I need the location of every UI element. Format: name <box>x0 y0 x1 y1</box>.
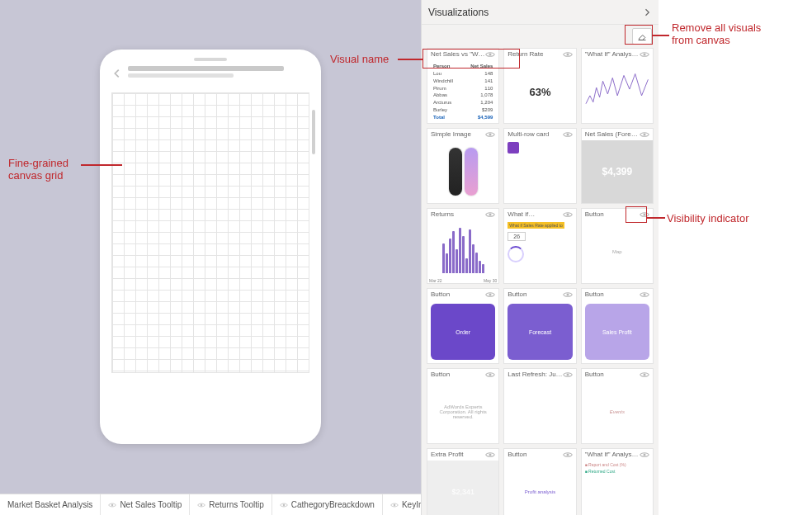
title-placeholder <box>128 66 309 78</box>
tile-name: Returns <box>431 211 485 219</box>
viz-tile[interactable]: Last Refresh: Jun… <box>503 368 576 444</box>
svg-point-1 <box>201 503 203 506</box>
value: $2,341 <box>451 488 474 496</box>
visibility-icon[interactable] <box>485 291 495 299</box>
viz-tile[interactable]: Simple Image <box>427 128 499 204</box>
visibility-icon[interactable] <box>640 371 649 379</box>
svg-point-0 <box>111 503 114 506</box>
page-tab[interactable]: Market Basket Analysis <box>0 494 101 515</box>
svg-point-11 <box>644 134 646 136</box>
viz-tile[interactable]: ButtonForecast <box>503 288 576 364</box>
tab-label: Net Sales Tooltip <box>120 500 182 509</box>
mobile-canvas-area: Market Basket Analysis Net Sales Tooltip… <box>0 0 421 515</box>
phone-frame <box>100 50 321 444</box>
viz-tile[interactable]: ButtonOrder <box>427 288 499 364</box>
svg-point-22 <box>566 454 569 456</box>
visibility-icon[interactable] <box>640 451 649 459</box>
viz-tile[interactable]: Extra Profit$2,341 <box>427 448 499 515</box>
svg-point-18 <box>489 374 492 376</box>
svg-point-15 <box>489 294 492 296</box>
visibility-icon[interactable] <box>563 210 573 219</box>
svg-point-10 <box>566 134 569 136</box>
tile-name: Button <box>508 291 562 299</box>
visibility-icon[interactable] <box>485 371 495 379</box>
kpi-value: 63% <box>529 86 550 98</box>
svg-point-19 <box>566 374 569 376</box>
phone-speaker <box>194 58 227 61</box>
visibility-icon[interactable] <box>563 451 573 459</box>
page-tab-strip: Market Basket Analysis Net Sales Tooltip… <box>0 494 421 515</box>
canvas-grid[interactable] <box>111 92 309 373</box>
visibility-icon[interactable] <box>485 451 495 459</box>
scrollbar[interactable] <box>312 110 315 154</box>
hidden-icon <box>197 502 205 508</box>
page-tab[interactable]: Net Sales Tooltip <box>101 494 190 515</box>
chevron-left-icon <box>111 68 123 79</box>
svg-point-21 <box>489 454 492 456</box>
tile-name: Simple Image <box>431 131 485 139</box>
tile-name: Button <box>508 451 562 459</box>
viz-tile[interactable]: ButtonSales Profit <box>581 288 654 364</box>
big-button[interactable]: Order <box>431 304 495 360</box>
tile-name: Button <box>431 371 485 379</box>
visibility-icon[interactable] <box>563 371 573 379</box>
visualizations-panel: Visualizations Net Sales vs "W…PersonNet… <box>421 0 659 515</box>
svg-point-23 <box>644 454 646 456</box>
chevron-right-icon[interactable] <box>642 7 652 17</box>
viz-tile[interactable]: ButtonProfit analysis <box>503 448 576 515</box>
tile-name: "What If" Analysi… <box>585 451 640 459</box>
viz-tile[interactable]: "What If" Analysi… <box>581 48 654 124</box>
tile-name: "What If" Analysi… <box>585 51 640 59</box>
tab-label: Returns Tooltip <box>209 500 264 509</box>
visibility-icon[interactable] <box>485 130 495 139</box>
svg-point-7 <box>566 54 569 56</box>
spinner-icon <box>508 246 524 262</box>
svg-point-3 <box>394 503 396 506</box>
tab-label: Market Basket Analysis <box>7 500 92 509</box>
hidden-icon <box>390 502 399 508</box>
visibility-icon[interactable] <box>563 130 573 139</box>
svg-point-17 <box>644 294 646 296</box>
svg-point-8 <box>644 54 646 56</box>
visibility-icon[interactable] <box>640 130 649 139</box>
tab-label: KeyInfluencers <box>402 500 421 509</box>
hidden-icon <box>280 502 288 508</box>
svg-point-9 <box>489 134 492 136</box>
tile-name: Net Sales (Forec… <box>585 131 640 139</box>
tile-name: Extra Profit <box>431 451 485 459</box>
tab-label: CathegoryBreackdown <box>291 500 375 509</box>
forecast-value: $4,399 <box>602 166 632 177</box>
svg-point-20 <box>644 374 646 376</box>
svg-point-16 <box>566 294 569 296</box>
svg-point-12 <box>489 214 492 216</box>
tile-name: Multi-row card <box>508 131 562 139</box>
visibility-icon[interactable] <box>640 50 649 59</box>
viz-tile[interactable]: "What If" Analysi…■ Report and Cost (%)■… <box>581 448 654 515</box>
page-tab[interactable]: KeyInfluencers <box>383 494 421 515</box>
viz-tile[interactable]: ReturnsMar 22May 30Date <box>427 208 499 284</box>
hidden-icon <box>108 502 116 508</box>
page-tab[interactable]: CathegoryBreackdown <box>272 494 383 515</box>
viz-tile[interactable]: What if…What if Sales Rate applied to26 <box>503 208 576 284</box>
big-button[interactable]: Forecast <box>508 304 572 360</box>
viz-tile[interactable]: ButtonAdWords Experts Corporation. All r… <box>427 368 499 444</box>
note-icon <box>508 142 519 154</box>
panel-title: Visualizations <box>428 7 489 18</box>
big-button[interactable]: Sales Profit <box>585 304 649 360</box>
visualizations-grid: Net Sales vs "W…PersonNet SalesLou148Win… <box>422 48 659 515</box>
visibility-icon[interactable] <box>485 210 495 219</box>
visibility-icon[interactable] <box>640 291 649 299</box>
svg-point-2 <box>283 503 286 506</box>
annotation-label-column <box>659 0 812 515</box>
visibility-icon[interactable] <box>563 50 573 59</box>
viz-tile[interactable]: Net Sales (Forec…$4,399 <box>581 128 654 204</box>
viz-tile[interactable]: Multi-row card <box>503 128 576 204</box>
tile-name: What if… <box>508 211 562 219</box>
page-tab[interactable]: Returns Tooltip <box>190 494 272 515</box>
tile-name: Button <box>585 371 640 379</box>
viz-tile[interactable]: ButtonEvents <box>581 368 654 444</box>
visibility-icon[interactable] <box>563 291 573 299</box>
svg-point-13 <box>566 214 569 216</box>
tile-name: Button <box>585 291 640 299</box>
tile-name: Last Refresh: Jun… <box>508 371 562 379</box>
